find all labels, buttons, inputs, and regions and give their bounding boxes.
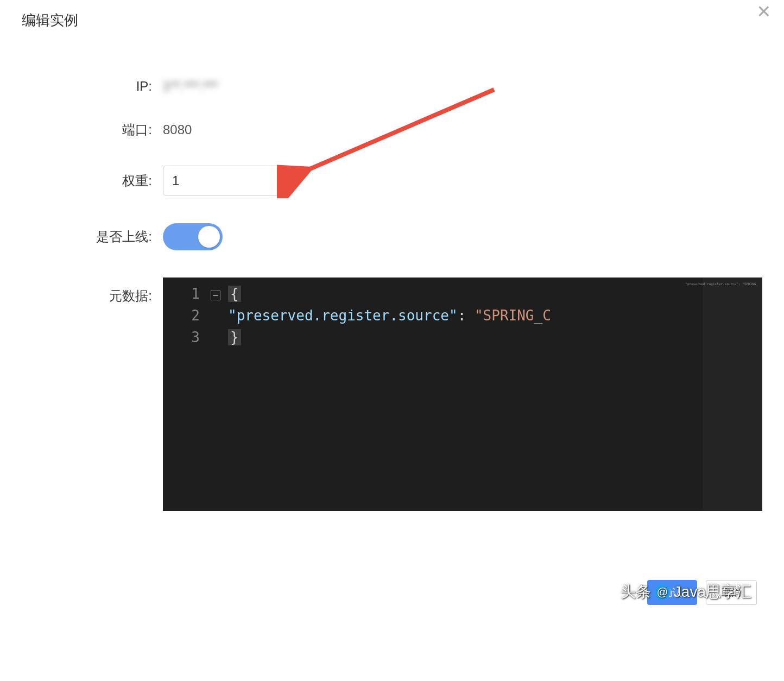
online-row: 是否上线: <box>22 223 762 250</box>
port-label: 端口: <box>22 121 163 138</box>
json-key: "preserved.register.source" <box>228 307 458 324</box>
port-value: 8080 <box>163 122 192 137</box>
line-number: 3 <box>169 326 200 348</box>
watermark-at-icon: @ <box>654 584 671 600</box>
online-label: 是否上线: <box>22 228 163 245</box>
toggle-knob <box>198 226 220 248</box>
online-toggle[interactable] <box>163 223 223 250</box>
line-number: 2 <box>169 305 200 326</box>
weight-label: 权重: <box>22 172 163 190</box>
line-number: 1 <box>169 283 200 305</box>
close-icon[interactable]: × <box>757 0 770 23</box>
editor-fold-column: − <box>210 283 222 305</box>
ip-label: IP: <box>22 79 163 94</box>
metadata-label: 元数据: <box>22 278 163 305</box>
weight-row: 权重: <box>22 166 762 196</box>
editor-gutter: 1 2 3 <box>163 278 206 354</box>
dialog-title: 编辑实例 <box>22 11 762 30</box>
port-row: 端口: 8080 <box>22 121 762 138</box>
editor-content[interactable]: { "preserved.register.source": "SPRING_C… <box>228 283 762 348</box>
json-open-brace: { <box>228 286 241 302</box>
metadata-editor[interactable]: 1 2 3 − { "preserved.register.source": "… <box>163 278 762 511</box>
minimap-preview: "preserved.register.source": "SPRING_ <box>685 282 758 286</box>
watermark: 头条 @ Java思享汇 <box>621 582 751 602</box>
watermark-prefix: 头条 <box>621 582 651 602</box>
json-close-brace: } <box>228 329 241 345</box>
watermark-name: Java思享汇 <box>674 582 751 602</box>
editor-minimap[interactable]: "preserved.register.source": "SPRING_ <box>703 278 762 511</box>
fold-collapse-icon[interactable]: − <box>211 291 220 300</box>
edit-instance-dialog: 编辑实例 × IP: 1**.***.*** 端口: 8080 权重: 是否上线… <box>0 0 784 681</box>
weight-input[interactable] <box>163 166 293 196</box>
json-value: "SPRING_C <box>475 307 551 324</box>
metadata-row: 元数据: 1 2 3 − { "preserved.register.sourc… <box>22 278 762 511</box>
ip-row: IP: 1**.***.*** <box>22 79 762 94</box>
ip-value: 1**.***.*** <box>163 79 218 94</box>
